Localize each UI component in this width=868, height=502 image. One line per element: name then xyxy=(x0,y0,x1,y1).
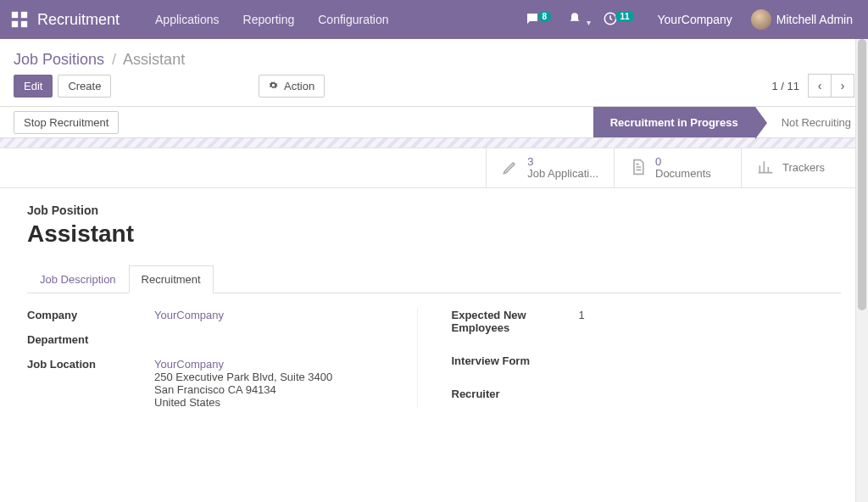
notifications-icon[interactable]: ▾ xyxy=(568,12,591,28)
form-hatch xyxy=(0,138,868,148)
value-company[interactable]: YourCompany xyxy=(154,309,224,321)
tab-recruitment[interactable]: Recruitment xyxy=(129,265,214,293)
svg-rect-0 xyxy=(12,12,18,18)
action-label: Action xyxy=(284,80,314,92)
messages-badge: 8 xyxy=(538,11,552,22)
user-name: Mitchell Admin xyxy=(776,13,853,26)
stat-docs-count: 0 xyxy=(655,156,711,168)
chevron-down-icon: ▾ xyxy=(587,18,591,27)
svg-rect-1 xyxy=(21,12,27,18)
pager-next-button[interactable]: › xyxy=(831,74,854,98)
pager-prev-button[interactable]: ‹ xyxy=(808,74,832,98)
gear-icon xyxy=(269,80,278,92)
activities-icon[interactable]: 11 xyxy=(603,11,639,29)
company-selector[interactable]: YourCompany xyxy=(651,13,739,26)
messages-icon[interactable]: 8 xyxy=(525,11,556,29)
label-recruiter: Recruiter xyxy=(452,388,579,400)
stop-recruitment-button[interactable]: Stop Recruitment xyxy=(14,111,119,134)
label-expected-new: Expected New Employees xyxy=(452,309,579,334)
edit-button[interactable]: Edit xyxy=(14,75,53,98)
stat-job-applications[interactable]: 3 Job Applicati... xyxy=(486,148,614,187)
location-company-link[interactable]: YourCompany xyxy=(154,358,400,371)
stat-docs-label: Documents xyxy=(655,168,711,180)
chevron-left-icon: ‹ xyxy=(818,79,822,92)
scrollbar-thumb[interactable] xyxy=(858,39,866,310)
breadcrumb: Job Positions / Assistant xyxy=(0,39,868,74)
record-title: Assistant xyxy=(27,220,841,248)
value-expected-new: 1 xyxy=(579,309,825,321)
bar-chart-icon xyxy=(757,159,774,178)
stage-not-recruiting[interactable]: Not Recruiting xyxy=(755,107,868,137)
stat-documents[interactable]: 0 Documents xyxy=(614,148,741,187)
stage-recruitment-in-progress[interactable]: Recruitment in Progress xyxy=(593,107,755,137)
stat-trackers-label: Trackers xyxy=(782,162,825,174)
systray: 8 ▾ 11 YourCompany Mitchell Admin xyxy=(525,9,853,30)
value-job-location: YourCompany 250 Executive Park Blvd, Sui… xyxy=(154,358,400,409)
breadcrumb-root[interactable]: Job Positions xyxy=(14,51,104,68)
form-view: Job Position Assistant Job Description R… xyxy=(0,188,868,443)
section-label: Job Position xyxy=(27,204,841,217)
create-button[interactable]: Create xyxy=(58,75,111,98)
svg-rect-3 xyxy=(21,21,27,27)
vertical-scrollbar[interactable] xyxy=(855,39,868,443)
nav-configuration[interactable]: Configuration xyxy=(306,13,400,26)
location-city: San Francisco CA 94134 xyxy=(154,383,400,396)
document-icon xyxy=(630,159,647,178)
app-brand[interactable]: Recruitment xyxy=(37,11,120,29)
label-department: Department xyxy=(27,333,154,346)
apps-icon[interactable] xyxy=(10,10,29,29)
topbar: Recruitment Applications Reporting Confi… xyxy=(0,0,868,39)
svg-rect-2 xyxy=(12,21,18,27)
stat-trackers[interactable]: Trackers xyxy=(741,148,868,187)
chevron-right-icon: › xyxy=(841,79,845,92)
breadcrumb-separator: / xyxy=(112,51,116,68)
label-company: Company xyxy=(27,309,154,321)
stat-apps-count: 3 xyxy=(527,156,598,168)
tab-job-description[interactable]: Job Description xyxy=(27,265,129,293)
pager-text[interactable]: 1 / 11 xyxy=(771,80,799,92)
button-box: 3 Job Applicati... 0 Documents Trackers xyxy=(0,148,868,188)
location-street: 250 Executive Park Blvd, Suite 3400 xyxy=(154,371,400,383)
control-panel: Edit Create Action 1 / 11 ‹ › xyxy=(0,74,868,106)
label-interview-form: Interview Form xyxy=(452,354,579,367)
pencil-icon xyxy=(502,159,519,178)
action-dropdown[interactable]: Action xyxy=(259,75,325,98)
tabs: Job Description Recruitment xyxy=(27,265,841,293)
user-menu[interactable]: Mitchell Admin xyxy=(751,9,853,30)
nav-reporting[interactable]: Reporting xyxy=(231,13,307,26)
avatar xyxy=(751,9,771,30)
stat-apps-label: Job Applicati... xyxy=(527,168,598,180)
activities-badge: 11 xyxy=(615,11,633,22)
nav-applications[interactable]: Applications xyxy=(143,13,231,26)
label-job-location: Job Location xyxy=(27,358,154,371)
status-bar: Stop Recruitment Recruitment in Progress… xyxy=(0,106,868,138)
location-country: United States xyxy=(154,396,400,409)
breadcrumb-current: Assistant xyxy=(123,51,185,68)
